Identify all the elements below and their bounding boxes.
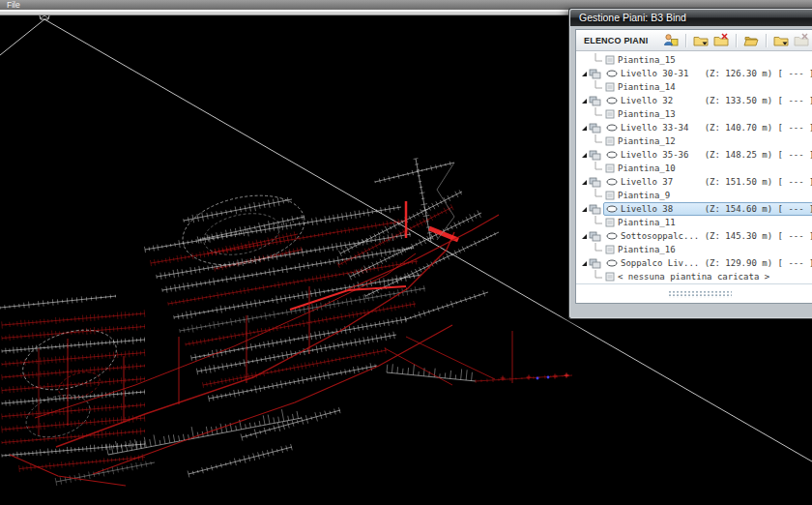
level-visibility-icon[interactable] <box>606 259 618 267</box>
expand-arrow-icon[interactable] <box>581 233 588 240</box>
tree-row-piantina[interactable]: Piantina_10 <box>576 162 812 175</box>
level-cube-icon <box>589 230 601 242</box>
level-visibility-icon[interactable] <box>606 124 618 132</box>
tree-row-level[interactable]: Livello 37 (Z: 151.50 m) [ --- ] <box>576 175 812 189</box>
piantina-page-icon <box>605 245 615 254</box>
level-row-body[interactable]: Soppalco Liv... (Z: 129.90 m) [ --- ] <box>603 256 812 270</box>
piantina-label: Piantina_10 <box>618 163 676 173</box>
level-cube-icon <box>589 149 601 161</box>
folder-import-icon[interactable] <box>772 33 790 48</box>
piantina-label: Piantina_14 <box>618 82 676 92</box>
piantina-page-icon <box>605 109 615 119</box>
expand-arrow-icon[interactable] <box>581 71 588 77</box>
piantina-page-icon <box>605 82 615 92</box>
folder-remove-icon <box>793 33 810 48</box>
gestione-piani-panel: Gestione Piani: B3 Bind ELENCO PIANI Pia… <box>568 8 812 319</box>
piantina-page-icon <box>605 272 615 282</box>
tree-elbow-icon <box>594 189 603 199</box>
level-label: Livello 37 (Z: 151.50 m) [ --- ] <box>621 177 812 187</box>
tree-row-piantina[interactable]: Piantina_15 <box>576 53 812 67</box>
level-visibility-icon[interactable] <box>606 97 618 104</box>
application-window: File Gestione Piani: B3 Bind ELENCO PIAN… <box>0 0 812 505</box>
tree-row-level[interactable]: Soppalco Liv... (Z: 129.90 m) [ --- ] <box>576 256 812 270</box>
piantina-page-icon <box>605 218 615 227</box>
tree-elbow-icon <box>594 243 603 253</box>
level-cube-icon <box>589 176 601 188</box>
toolbar-separator <box>736 34 737 47</box>
level-label: Livello 35-36 (Z: 148.25 m) [ --- ] <box>621 150 812 160</box>
piantina-page-icon <box>605 136 615 146</box>
expand-arrow-icon[interactable] <box>581 179 588 186</box>
level-label: Livello 38 (Z: 154.60 m) [ --- ] <box>621 204 812 214</box>
level-row-body[interactable]: Sottosoppalc... (Z: 145.30 m) [ --- ] <box>603 229 812 243</box>
tree-elbow-icon <box>594 162 603 172</box>
piantina-label: Piantina_12 <box>618 136 676 146</box>
panel-content: ELENCO PIANI Piantina_15Livello 30-31 (Z… <box>575 29 812 304</box>
piantina-label: < nessuna piantina caricata > <box>618 272 769 282</box>
toolbar-separator <box>685 34 686 47</box>
panel-title-bar[interactable]: Gestione Piani: B3 Bind <box>570 10 812 26</box>
level-row-body[interactable]: Livello 37 (Z: 151.50 m) [ --- ] <box>603 175 812 189</box>
level-row-body[interactable]: Livello 32 (Z: 133.50 m) [ --- ] <box>603 94 812 107</box>
expand-arrow-icon[interactable] <box>581 206 588 213</box>
tree-elbow-icon <box>594 53 603 64</box>
piantina-label: Piantina_15 <box>618 55 676 65</box>
level-row-body[interactable]: Livello 38 (Z: 154.60 m) [ --- ] <box>603 202 812 216</box>
level-row-body[interactable]: Livello 35-36 (Z: 148.25 m) [ --- ] <box>603 148 812 162</box>
expand-arrow-icon[interactable] <box>581 125 588 132</box>
tree-row-piantina[interactable]: Piantina_13 <box>576 107 812 121</box>
level-label: Soppalco Liv... (Z: 129.90 m) [ --- ] <box>621 258 812 268</box>
level-cube-icon <box>589 122 601 134</box>
level-label: Livello 30-31 (Z: 126.30 m) [ --- ] <box>621 69 812 78</box>
tree-row-piantina[interactable]: Piantina_14 <box>576 80 812 94</box>
resize-grip[interactable] <box>576 283 812 303</box>
level-row-body[interactable]: Livello 30-31 (Z: 126.30 m) [ --- ] <box>603 67 812 80</box>
level-cube-icon <box>589 68 601 79</box>
level-row-body[interactable]: Livello 33-34 (Z: 140.70 m) [ --- ] <box>603 121 812 134</box>
tree-row-level[interactable]: Livello 38 (Z: 154.60 m) [ --- ] <box>576 202 812 216</box>
tree-row-level[interactable]: Livello 32 (Z: 133.50 m) [ --- ] <box>576 94 812 107</box>
level-cube-icon <box>589 203 601 215</box>
expand-arrow-icon[interactable] <box>581 98 588 104</box>
level-visibility-icon[interactable] <box>606 70 618 77</box>
tree-row-level[interactable]: Sottosoppalc... (Z: 145.30 m) [ --- ] <box>576 229 812 243</box>
tree-row-level[interactable]: Livello 30-31 (Z: 126.30 m) [ --- ] <box>576 67 812 80</box>
tree-row-piantina[interactable]: Piantina_16 <box>576 243 812 256</box>
tree-row-level[interactable]: Livello 33-34 (Z: 140.70 m) [ --- ] <box>576 121 812 134</box>
tree-row-piantina[interactable]: Piantina_11 <box>576 216 812 229</box>
tree-row-level[interactable]: Livello 35-36 (Z: 148.25 m) [ --- ] <box>576 148 812 162</box>
level-visibility-icon[interactable] <box>606 151 618 159</box>
folder-delete-icon[interactable] <box>712 33 730 48</box>
panel-title: Gestione Piani: B3 Bind <box>579 12 686 23</box>
piantina-label: Piantina_16 <box>618 245 676 254</box>
user-levels-icon[interactable] <box>662 33 680 48</box>
level-visibility-icon[interactable] <box>606 178 618 186</box>
level-label: Sottosoppalc... (Z: 145.30 m) [ --- ] <box>621 231 812 241</box>
folder-open-icon[interactable] <box>742 33 760 48</box>
menu-file[interactable]: File <box>7 0 20 10</box>
levels-tree: Piantina_15Livello 30-31 (Z: 126.30 m) [… <box>576 51 812 283</box>
expand-arrow-icon[interactable] <box>581 152 588 159</box>
piantina-label: Piantina_9 <box>618 191 670 200</box>
level-cube-icon <box>589 95 601 106</box>
panel-toolbar: ELENCO PIANI <box>576 30 812 51</box>
level-visibility-icon[interactable] <box>606 232 618 240</box>
tree-elbow-icon <box>594 216 603 226</box>
tree-elbow-icon <box>594 107 603 118</box>
piantina-page-icon <box>605 163 615 173</box>
piantina-page-icon <box>605 55 615 65</box>
tree-row-piantina[interactable]: < nessuna piantina caricata > <box>576 270 812 283</box>
tree-elbow-icon <box>594 80 603 91</box>
piantina-page-icon <box>605 191 615 200</box>
folder-new-icon[interactable] <box>692 33 710 48</box>
toolbar-separator <box>766 34 767 47</box>
level-label: Livello 32 (Z: 133.50 m) [ --- ] <box>621 96 812 105</box>
piantina-label: Piantina_11 <box>618 218 676 227</box>
piantina-label: Piantina_13 <box>618 109 676 119</box>
tree-row-piantina[interactable]: Piantina_12 <box>576 134 812 148</box>
expand-arrow-icon[interactable] <box>581 260 588 267</box>
tree-row-piantina[interactable]: Piantina_9 <box>576 189 812 202</box>
level-visibility-icon[interactable] <box>606 205 618 213</box>
grip-dots-icon <box>668 290 732 298</box>
tree-elbow-icon <box>594 270 603 281</box>
